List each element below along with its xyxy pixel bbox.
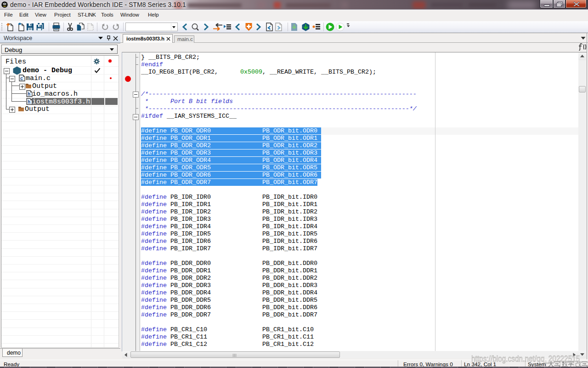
svg-text:c: c — [20, 76, 23, 81]
svg-text:h: h — [28, 92, 30, 97]
svg-text:h: h — [28, 100, 30, 105]
